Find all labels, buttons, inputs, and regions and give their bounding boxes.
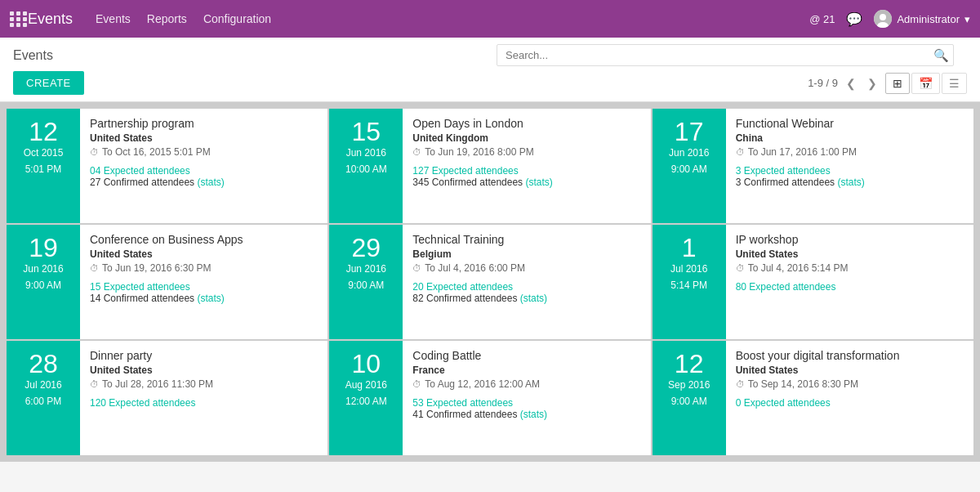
event-day: 15 xyxy=(352,119,381,145)
event-country: France xyxy=(412,365,640,376)
event-country: China xyxy=(736,132,964,144)
event-attendees: 80 Expected attendees xyxy=(736,281,964,293)
event-day: 19 xyxy=(29,235,58,261)
svg-point-1 xyxy=(880,14,886,20)
confirmed-attendees: 41 Confirmed attendees (stats) xyxy=(412,409,640,420)
event-day: 29 xyxy=(352,235,381,261)
calendar-view-button[interactable]: 📅 xyxy=(911,73,940,94)
clock-icon: ⏱ xyxy=(736,379,745,389)
event-card[interactable]: 12 Sep 2016 9:00 AM Boost your digital t… xyxy=(653,341,973,455)
nav-configuration[interactable]: Configuration xyxy=(203,12,271,25)
event-card[interactable]: 17 Jun 2016 9:00 AM Functional Webinar C… xyxy=(653,109,973,223)
top-right: @ 21 💬 Administrator ▾ xyxy=(809,10,970,28)
event-month-year: Aug 2016 xyxy=(345,378,387,392)
event-info: Open Days in London United Kingdom ⏱ To … xyxy=(403,109,650,223)
stats-link[interactable]: (stats) xyxy=(197,293,224,304)
chat-icon[interactable]: 💬 xyxy=(846,11,862,27)
user-dropdown-icon[interactable]: ▾ xyxy=(964,13,970,25)
toolbar-row: CREATE 1-9 / 9 ❮ ❯ ⊞ 📅 ☰ xyxy=(13,71,967,95)
confirmed-attendees: 27 Confirmed attendees (stats) xyxy=(90,177,318,188)
clock-icon: ⏱ xyxy=(412,263,421,273)
avatar xyxy=(874,10,892,28)
event-card[interactable]: 28 Jul 2016 6:00 PM Dinner party United … xyxy=(7,341,327,455)
create-button[interactable]: CREATE xyxy=(13,71,84,95)
grid-view-button[interactable]: ⊞ xyxy=(885,73,910,94)
expected-attendees: 0 Expected attendees xyxy=(736,397,964,409)
event-date-col: 28 Jul 2016 6:00 PM xyxy=(7,341,80,455)
event-name: Boost your digital transformation xyxy=(736,349,964,362)
event-card[interactable]: 12 Oct 2015 5:01 PM Partnership program … xyxy=(7,109,327,223)
event-date-col: 12 Sep 2016 9:00 AM xyxy=(653,341,726,455)
event-end-date: ⏱ To Aug 12, 2016 12:00 AM xyxy=(412,378,640,390)
event-time: 5:01 PM xyxy=(25,163,62,175)
nav-events[interactable]: Events xyxy=(96,12,131,25)
event-end-date: ⏱ To Jun 19, 2016 6:30 PM xyxy=(90,262,318,274)
search-button[interactable]: 🔍 xyxy=(933,48,949,63)
pager-next[interactable]: ❯ xyxy=(864,75,880,92)
event-time: 9:00 AM xyxy=(671,163,707,175)
expected-attendees: 20 Expected attendees xyxy=(412,281,640,293)
event-attendees: 53 Expected attendees 41 Confirmed atten… xyxy=(412,397,640,420)
clock-icon: ⏱ xyxy=(90,147,99,157)
event-name: Conference on Business Apps xyxy=(90,233,318,246)
confirmed-attendees: 14 Confirmed attendees (stats) xyxy=(90,293,318,304)
event-attendees: 15 Expected attendees 14 Confirmed atten… xyxy=(90,281,318,304)
event-card[interactable]: 1 Jul 2016 5:14 PM IP workshop United St… xyxy=(653,225,973,339)
pager-prev[interactable]: ❮ xyxy=(843,75,859,92)
clock-icon: ⏱ xyxy=(90,379,99,389)
event-month-year: Jun 2016 xyxy=(23,262,63,276)
event-info: Technical Training Belgium ⏱ To Jul 4, 2… xyxy=(403,225,650,339)
stats-link[interactable]: (stats) xyxy=(837,177,864,188)
event-country: Belgium xyxy=(412,248,640,260)
event-month-year: Jun 2016 xyxy=(669,146,709,160)
nav-reports[interactable]: Reports xyxy=(147,12,187,25)
notification-badge[interactable]: @ 21 xyxy=(809,13,835,25)
clock-icon: ⏱ xyxy=(736,263,745,273)
event-name: Open Days in London xyxy=(412,117,640,130)
search-bar: 🔍 xyxy=(497,44,954,66)
stats-link[interactable]: (stats) xyxy=(520,409,547,420)
event-country: United States xyxy=(736,248,964,260)
event-date-col: 1 Jul 2016 5:14 PM xyxy=(653,225,726,339)
event-name: Coding Battle xyxy=(412,349,640,362)
app-title: Events xyxy=(28,11,73,28)
stats-link[interactable]: (stats) xyxy=(520,293,547,304)
event-card[interactable]: 15 Jun 2016 10:00 AM Open Days in London… xyxy=(329,109,650,223)
stats-link[interactable]: (stats) xyxy=(525,177,552,188)
user-menu[interactable]: Administrator ▾ xyxy=(874,10,970,28)
event-time: 6:00 PM xyxy=(25,396,62,407)
event-card[interactable]: 19 Jun 2016 9:00 AM Conference on Busine… xyxy=(7,225,327,339)
confirmed-attendees: 82 Confirmed attendees (stats) xyxy=(412,293,640,304)
stats-link[interactable]: (stats) xyxy=(197,177,224,188)
event-date-col: 19 Jun 2016 9:00 AM xyxy=(7,225,80,339)
event-info: Coding Battle France ⏱ To Aug 12, 2016 1… xyxy=(403,341,650,455)
expected-attendees: 3 Expected attendees xyxy=(736,165,964,177)
clock-icon: ⏱ xyxy=(90,263,99,273)
subheader: Events 🔍 CREATE 1-9 / 9 ❮ ❯ ⊞ 📅 ☰ xyxy=(0,38,980,102)
event-time: 9:00 AM xyxy=(671,396,707,407)
event-info: Boost your digital transformation United… xyxy=(726,341,973,455)
app-grid-icon[interactable] xyxy=(10,11,28,27)
event-end-date: ⏱ To Jul 28, 2016 11:30 PM xyxy=(90,378,318,390)
event-month-year: Oct 2015 xyxy=(24,146,64,160)
list-view-button[interactable]: ☰ xyxy=(942,73,967,94)
clock-icon: ⏱ xyxy=(412,379,421,389)
event-end-date: ⏱ To Jul 4, 2016 6:00 PM xyxy=(412,262,640,274)
event-name: Technical Training xyxy=(412,233,640,246)
event-card[interactable]: 29 Jun 2016 9:00 AM Technical Training B… xyxy=(329,225,650,339)
user-name: Administrator xyxy=(897,13,960,25)
event-info: IP workshop United States ⏱ To Jul 4, 20… xyxy=(726,225,973,339)
search-input[interactable] xyxy=(497,44,954,66)
event-time: 9:00 AM xyxy=(348,280,384,291)
page-title: Events xyxy=(13,48,53,63)
pager-label: 1-9 / 9 xyxy=(808,77,838,89)
event-date-col: 17 Jun 2016 9:00 AM xyxy=(653,109,726,223)
nav-links: Events Reports Configuration xyxy=(96,12,809,25)
expected-attendees: 04 Expected attendees xyxy=(90,165,318,177)
event-day: 1 xyxy=(682,235,697,261)
expected-attendees: 53 Expected attendees xyxy=(412,397,640,409)
event-day: 12 xyxy=(675,351,704,377)
event-date-col: 10 Aug 2016 12:00 AM xyxy=(329,341,403,455)
expected-attendees: 80 Expected attendees xyxy=(736,281,964,293)
event-card[interactable]: 10 Aug 2016 12:00 AM Coding Battle Franc… xyxy=(329,341,650,455)
